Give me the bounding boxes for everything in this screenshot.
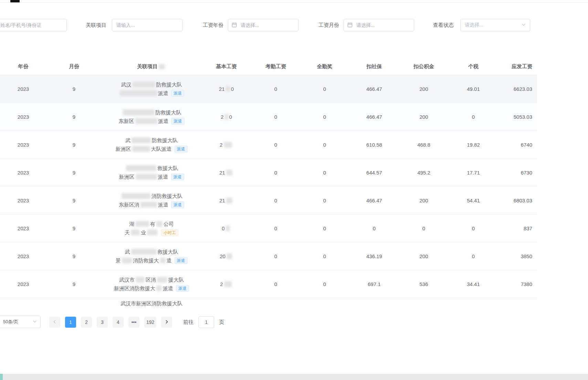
- text-fragment: 派遣: [158, 89, 168, 97]
- cell-pay: 6803.03: [498, 198, 537, 203]
- page-button-3[interactable]: 3: [97, 317, 108, 328]
- cell-fund: 468.8: [399, 142, 448, 148]
- cell-month: 9: [46, 170, 102, 176]
- header-income-tax: 个税: [448, 63, 498, 70]
- cell-project: 湖有公司天业小时工: [102, 220, 201, 236]
- project-line2: 新洲区消防救援大派遣派遣: [114, 285, 189, 292]
- cell-year: 2023: [0, 142, 46, 148]
- page-button-1[interactable]: 1: [65, 317, 76, 328]
- cell-project: 武防救援大队新洲区大队派遣派遣: [102, 137, 201, 153]
- cell-project: 武汉市新洲区消防救援大队: [102, 298, 201, 307]
- text-fragment: 派遣: [158, 201, 168, 209]
- page-button-last[interactable]: 192: [144, 317, 156, 328]
- redaction-blur: [132, 146, 150, 152]
- cell-year: 2023: [0, 198, 46, 203]
- redaction-blur: [224, 281, 232, 287]
- cell-year: 2023: [0, 170, 46, 176]
- text-fragment: 武汉: [121, 81, 132, 88]
- text-fragment: 消防救援大队: [151, 192, 182, 200]
- prev-page-button[interactable]: [49, 317, 60, 328]
- project-line1: 消防救援大队: [120, 192, 182, 200]
- cell-bonus: 0: [300, 142, 349, 148]
- salary-year-picker[interactable]: [228, 19, 298, 31]
- redaction-blur: [135, 221, 149, 227]
- table-row: 20239防救援大队东新区派遣派遣2000466.4720005053.03: [0, 103, 537, 131]
- badge-dispatch: 派遣: [176, 285, 189, 292]
- redaction-blur: [226, 198, 232, 203]
- cell-basic: 2: [201, 281, 251, 287]
- text-fragment: 武: [125, 137, 130, 144]
- prev-page-icon: [53, 319, 57, 325]
- cell-year: 2023: [0, 86, 46, 92]
- keyword-search-input[interactable]: [0, 19, 67, 31]
- project-filter-input[interactable]: [112, 19, 182, 31]
- next-page-button[interactable]: [161, 317, 172, 328]
- text-fragment: 救援大队: [158, 248, 178, 256]
- salary-month-input[interactable]: [344, 19, 414, 31]
- project-line2: 东新区消派遣派遣: [119, 201, 184, 209]
- cell-tax: 0: [448, 253, 498, 259]
- page-button-2[interactable]: 2: [81, 317, 92, 328]
- redaction-blur: [226, 170, 232, 176]
- more-pages-button[interactable]: •••: [128, 317, 139, 328]
- redaction-blur: [224, 142, 232, 148]
- cell-month: 9: [46, 225, 102, 231]
- text-fragment: 公司: [164, 220, 174, 228]
- cell-pay: 5053.03: [498, 114, 537, 120]
- cell-month: 9: [46, 253, 102, 259]
- cell-bonus: 0: [300, 281, 349, 287]
- cell-tax: 54.41: [448, 198, 498, 203]
- project-line1: 武防救援大队: [125, 137, 178, 144]
- project-line2: 新洲区派遣派遣: [119, 173, 184, 181]
- payroll-table: 年份 月份 关联项目 基本工资 考勤工资 全勤奖 扣社保 扣公积金 个税 应发工…: [0, 59, 537, 308]
- header-attendance-salary: 考勤工资: [251, 63, 300, 70]
- table-body: 20239武汉防救援大队派遣派遣21000466.4720049.016623.…: [0, 75, 537, 308]
- badge-dispatch: 派遣: [175, 146, 188, 152]
- salary-month-picker[interactable]: [344, 19, 414, 31]
- table-row: 20239武汉市区消援大队新洲区消防救援大派遣派遣200697.153634.4…: [0, 270, 537, 298]
- cell-att: 0: [251, 170, 300, 176]
- redaction-blur: [131, 249, 157, 255]
- cell-bonus: 0: [300, 170, 349, 176]
- cell-month: 9: [46, 86, 102, 92]
- header-year: 年份: [0, 63, 46, 70]
- cell-basic: 21: [201, 198, 251, 203]
- bottom-edge-bar: [0, 374, 588, 380]
- text-fragment: 防救援大队: [152, 137, 178, 144]
- view-status-select[interactable]: 请选择...: [460, 19, 530, 31]
- page-size-select[interactable]: 50条/页: [0, 316, 41, 328]
- cell-fund: 200: [399, 114, 448, 120]
- cell-tax: 34.41: [448, 281, 498, 287]
- cell-bonus: 0: [300, 253, 349, 259]
- redaction-blur: [160, 257, 166, 263]
- goto-page-input[interactable]: [198, 316, 214, 328]
- goto-page-unit: 页: [219, 319, 224, 326]
- redaction-blur: [122, 257, 132, 263]
- cell-social: 644.57: [349, 170, 399, 176]
- text-fragment: 援大队: [168, 276, 184, 284]
- cell-project: 武汉市区消援大队新洲区消防救援大派遣派遣: [102, 276, 201, 292]
- header-social-insurance: 扣社保: [349, 63, 399, 70]
- top-edge-mark: [10, 0, 20, 2]
- cell-year: 2023: [0, 225, 46, 231]
- cell-month: [46, 298, 102, 300]
- page-button-4[interactable]: 4: [113, 317, 124, 328]
- cell-fund: 536: [399, 281, 448, 287]
- cell-basic: 210: [201, 86, 251, 92]
- text-fragment: 天: [125, 229, 130, 236]
- text-fragment: 大队派遣: [151, 145, 172, 153]
- badge-dispatch: 派遣: [175, 257, 188, 264]
- text-fragment: 东新区消: [119, 201, 139, 209]
- salary-year-input[interactable]: [228, 19, 298, 31]
- header-housing-fund: 扣公积金: [399, 63, 448, 70]
- cell-tax: 49.01: [448, 86, 498, 92]
- table-row: 20239消防救援大队东新区消派遣派遣2100466.4720054.41680…: [0, 187, 537, 214]
- cell-pay: 837: [498, 225, 537, 231]
- cell-fund: 0: [399, 225, 448, 231]
- redaction-blur: [133, 82, 155, 87]
- redaction-blur: [157, 277, 167, 283]
- cell-att: 0: [251, 86, 300, 92]
- project-line2: 景消防救援大遣派遣: [116, 257, 188, 264]
- cell-month: 9: [46, 198, 102, 203]
- project-line2: 新洲区大队派遣派遣: [116, 145, 188, 153]
